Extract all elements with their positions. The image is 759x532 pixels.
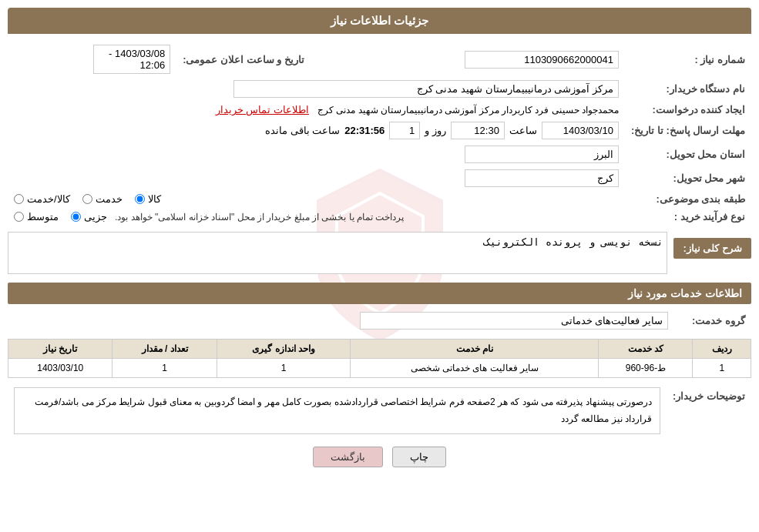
button-row: چاپ بازگشت xyxy=(8,447,751,467)
cell-count: 1 xyxy=(113,359,217,378)
province-value: البرز xyxy=(8,142,625,166)
description-header: شرح کلی نیاز: xyxy=(673,238,751,259)
announcement-date-label: تاریخ و ساعت اعلان عمومی: xyxy=(176,42,311,77)
province-label: استان محل تحویل: xyxy=(625,142,751,166)
buyer-notes-value: درصورتی پیشنهاد پذیرفته می شود که هر 2صف… xyxy=(8,384,667,437)
deadline-day: 1 xyxy=(389,122,420,139)
services-table: ردیف کد خدمت نام خدمت واحد اندازه گیری ت… xyxy=(8,339,751,378)
col-count: تعداد / مقدار xyxy=(113,340,217,359)
purchase-type-label: نوع فرآیند خرید : xyxy=(625,208,751,226)
buyer-org-value: مرکز آموزشی درمانیبیمارستان شهید مدنی کر… xyxy=(8,77,625,101)
category-label: طبقه بندی موضوعی: xyxy=(625,190,751,208)
description-row: شرح کلی نیاز: نسخه نویسی و پرونده الکترو… xyxy=(8,232,751,276)
buyer-notes-text: درصورتی پیشنهاد پذیرفته می شود که هر 2صف… xyxy=(14,387,660,434)
time-label: ساعت xyxy=(509,125,537,136)
back-button[interactable]: بازگشت xyxy=(313,447,383,467)
category-khidmat[interactable]: خدمت xyxy=(82,193,123,205)
cell-unit: 1 xyxy=(217,359,350,378)
purchase-type-jozei[interactable]: جزیی xyxy=(71,211,107,223)
need-number-value: 1103090662000041 xyxy=(311,42,625,77)
deadline-label: مهلت ارسال پاسخ: تا تاریخ: xyxy=(625,119,751,142)
col-date: تاریخ نیاز xyxy=(8,340,113,359)
services-section-header: اطلاعات خدمات مورد نیاز xyxy=(8,283,751,304)
service-group-label: گروه خدمت: xyxy=(674,309,751,333)
deadline-remaining: 22:31:56 xyxy=(344,125,385,136)
page-header: جزئیات اطلاعات نیاز xyxy=(8,8,751,34)
description-textarea: نسخه نویسی و پرونده الکترونیک xyxy=(8,232,667,274)
table-row: 1 ط-96-960 سایر فعالیت های خدماتی شخصی 1… xyxy=(8,359,751,378)
purchase-type-mutavasset[interactable]: متوسط xyxy=(14,211,59,223)
purchase-type-row: متوسط جزیی پرداخت تمام یا بخشی از مبلغ خ… xyxy=(8,208,625,226)
description-value: نسخه نویسی و پرونده الکترونیک xyxy=(8,232,667,276)
day-label: روز و xyxy=(425,125,446,136)
deadline-row: 1403/03/10 ساعت 12:30 روز و 1 22:31:56 س… xyxy=(8,119,625,142)
announcement-date-value: 1403/03/08 - 12:06 xyxy=(8,42,176,77)
city-label: شهر محل تحویل: xyxy=(625,166,751,190)
category-kala-khidmat[interactable]: کالا/خدمت xyxy=(14,193,70,205)
col-name: نام خدمت xyxy=(351,340,599,359)
cell-name: سایر فعالیت های خدماتی شخصی xyxy=(351,359,599,378)
category-options: کالا/خدمت خدمت کالا xyxy=(8,190,625,208)
page-title: جزئیات اطلاعات نیاز xyxy=(331,14,428,27)
cell-date: 1403/03/10 xyxy=(8,359,113,378)
cell-code: ط-96-960 xyxy=(599,359,693,378)
deadline-date: 1403/03/10 xyxy=(542,122,619,139)
service-group-value: سایر فعالیت‌های خدماتی xyxy=(8,309,674,333)
print-button[interactable]: چاپ xyxy=(392,447,446,467)
deadline-time: 12:30 xyxy=(451,122,505,139)
buyer-org-label: نام دستگاه خریدار: xyxy=(625,77,751,101)
creator-value: محمدجواد حسینی فرد کاربردار مرکز آموزشی … xyxy=(8,101,625,119)
need-number-label: شماره نیاز : xyxy=(625,42,751,77)
col-unit: واحد اندازه گیری xyxy=(217,340,350,359)
cell-row: 1 xyxy=(693,359,751,378)
category-kala[interactable]: کالا xyxy=(135,193,161,205)
info-table: شماره نیاز : 1103090662000041 تاریخ و سا… xyxy=(8,42,751,226)
service-group-table: گروه خدمت: سایر فعالیت‌های خدماتی xyxy=(8,309,751,333)
col-row: ردیف xyxy=(693,340,751,359)
contact-link[interactable]: اطلاعات تماس خریدار xyxy=(216,104,309,115)
creator-label: ایجاد کننده درخواست: xyxy=(625,101,751,119)
purchase-type-note: پرداخت تمام یا بخشی از مبلغ خریدار از مح… xyxy=(115,212,404,223)
buyer-notes-label: توضیحات خریدار: xyxy=(667,384,751,437)
col-code: کد خدمت xyxy=(599,340,693,359)
buyer-notes-table: توضیحات خریدار: درصورتی پیشنهاد پذیرفته … xyxy=(8,384,751,437)
city-value: کرج xyxy=(8,166,625,190)
remaining-label: ساعت باقی مانده xyxy=(265,125,340,136)
